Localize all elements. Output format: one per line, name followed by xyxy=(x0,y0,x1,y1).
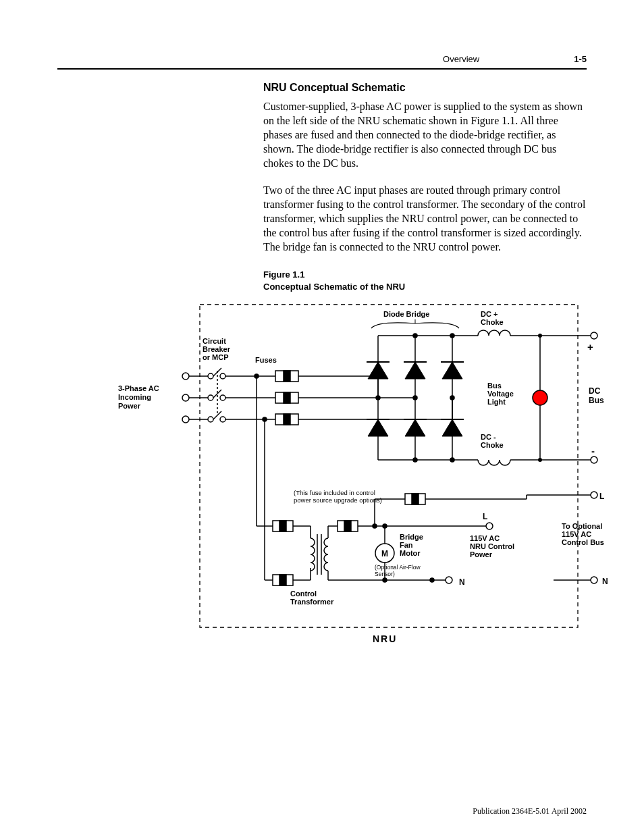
label-breaker: CircuitBreakeror MCP xyxy=(203,337,231,361)
svg-point-15 xyxy=(220,395,225,400)
label-control-power: 115V ACNRU ControlPower xyxy=(470,534,514,558)
svg-marker-48 xyxy=(405,419,425,436)
svg-rect-80 xyxy=(279,521,286,531)
label-nru: NRU xyxy=(373,633,397,644)
paragraph-1: Customer-supplied, 3-phase AC power is s… xyxy=(263,99,587,171)
label-bus-voltage-light: BusVoltageLight xyxy=(487,382,514,406)
label-sensor: (Optional Air-FlowSensor) xyxy=(375,564,421,577)
svg-point-72 xyxy=(533,390,547,405)
footer-publication: Publication 2364E-5.01 April 2002 xyxy=(473,806,587,816)
header-rule xyxy=(57,68,587,70)
svg-point-104 xyxy=(486,523,493,529)
svg-point-68 xyxy=(591,457,597,463)
svg-point-58 xyxy=(450,334,454,338)
label-dc-plus-choke: DC +Choke xyxy=(481,310,504,326)
svg-marker-40 xyxy=(368,362,388,379)
svg-point-8 xyxy=(208,373,213,379)
svg-point-70 xyxy=(538,334,542,338)
svg-point-6 xyxy=(182,416,189,423)
svg-marker-46 xyxy=(368,419,388,436)
svg-marker-44 xyxy=(442,362,462,379)
svg-point-107 xyxy=(383,524,387,528)
paragraph-2: Two of the three AC input phases are rou… xyxy=(263,183,587,255)
figure-caption: Figure 1.1 Conceptual Schematic of the N… xyxy=(263,269,587,292)
svg-rect-24 xyxy=(284,371,290,382)
label-optional-control-bus: To Optional115V ACControl Bus xyxy=(562,522,604,546)
svg-point-60 xyxy=(591,332,597,339)
label-minus: - xyxy=(591,445,595,457)
svg-point-109 xyxy=(383,578,387,582)
header-section: Overview xyxy=(443,54,479,64)
label-dc-bus: DCBus xyxy=(589,386,604,405)
svg-point-20 xyxy=(220,417,225,422)
label-N-out: N xyxy=(602,577,608,586)
svg-point-103 xyxy=(591,492,597,498)
svg-rect-26 xyxy=(284,392,290,403)
svg-marker-42 xyxy=(405,362,425,379)
schematic-diagram: 3-Phase ACIncomingPower CircuitBreakeror… xyxy=(108,298,587,652)
label-bridge-fan: BridgeFanMotor xyxy=(400,533,423,557)
label-N-internal: N xyxy=(459,577,465,587)
svg-point-18 xyxy=(208,417,213,422)
svg-point-71 xyxy=(538,458,542,462)
svg-point-2 xyxy=(182,373,189,380)
label-control-transformer: ControlTransformer xyxy=(290,590,334,606)
label-L-internal: L xyxy=(483,512,487,521)
label-fuse-note: (This fuse included in controlpower sour… xyxy=(294,489,382,504)
label-m: M xyxy=(381,549,388,558)
section-title: NRU Conceptual Schematic xyxy=(263,82,587,94)
label-L-out: L xyxy=(599,492,604,501)
label-incoming: 3-Phase ACIncomingPower xyxy=(118,384,159,410)
header-page-number: 1-5 xyxy=(574,54,587,64)
svg-point-118 xyxy=(591,577,597,583)
svg-rect-94 xyxy=(344,521,351,531)
label-diode-bridge: Diode Bridge xyxy=(383,310,429,318)
svg-point-56 xyxy=(413,334,417,338)
svg-point-110 xyxy=(446,577,452,583)
svg-point-64 xyxy=(413,458,417,462)
svg-point-13 xyxy=(208,395,213,400)
label-fuses: Fuses xyxy=(255,356,277,364)
svg-point-4 xyxy=(182,394,189,401)
label-dc-minus-choke: DC -Choke xyxy=(481,433,504,449)
svg-point-10 xyxy=(220,373,225,379)
svg-point-112 xyxy=(430,578,434,582)
svg-rect-28 xyxy=(284,414,290,425)
svg-rect-101 xyxy=(412,494,419,504)
svg-point-66 xyxy=(450,458,454,462)
svg-rect-82 xyxy=(279,575,286,585)
label-plus: + xyxy=(587,341,593,353)
svg-marker-50 xyxy=(442,419,462,436)
